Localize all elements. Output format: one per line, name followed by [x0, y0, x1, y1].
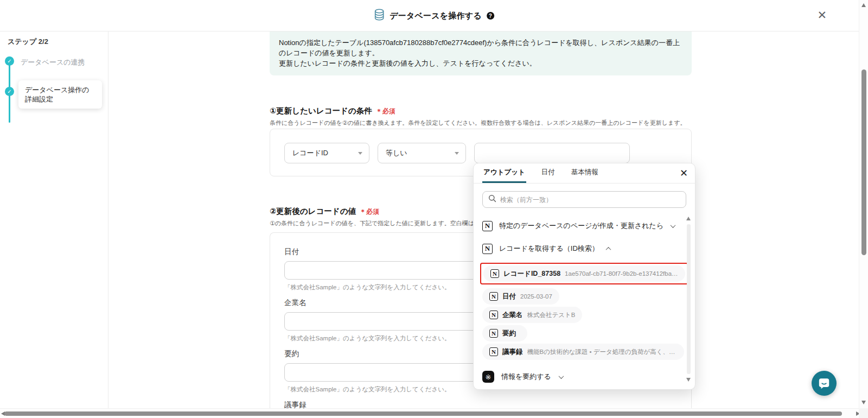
- group-row-summarize-info[interactable]: ※ 情報を要約する: [482, 371, 682, 383]
- description-line1: Notionの指定したテーブル(138570afcb7180288b7cf0e2…: [279, 37, 682, 58]
- section2-title: ②更新後のレコードの値: [270, 206, 356, 217]
- group-row-get-record[interactable]: N レコードを取得する（ID検索）: [482, 242, 682, 256]
- sidebar-item-database-link[interactable]: データベースの連携: [21, 58, 85, 67]
- notion-icon: N: [489, 311, 498, 319]
- output-item-minutes[interactable]: N 議事録 機能Bの技術的な課題 • データ処理の負荷が高く、サーバー...: [482, 344, 684, 360]
- output-picker-popup: アウトプット 日付 基本情報 ✕ N 特定のデータベースのページが作成・更新され…: [473, 163, 695, 390]
- section2-required-badge: ＊必須: [360, 207, 379, 217]
- modal-title-group: データベースを操作する ?: [374, 0, 494, 31]
- section1-subtitle: 条件に合うレコードの値を②の値に書き換えます。条件を設定してください。複数行合致…: [270, 119, 686, 127]
- scrollbar-corner: [859, 408, 868, 418]
- chevron-down-icon: [455, 152, 459, 155]
- chevron-down-icon: [671, 223, 676, 228]
- steps-sidebar: ステップ 2/2 ✓ ✓ データベースの連携 データベース操作の詳細設定: [0, 31, 108, 408]
- search-input[interactable]: [500, 196, 680, 204]
- output-label: 要約: [502, 329, 516, 338]
- popup-scrollbar-track[interactable]: [687, 224, 691, 374]
- condition-field-select[interactable]: レコードID: [284, 143, 369, 163]
- notion-icon: N: [489, 329, 498, 338]
- popup-close-icon[interactable]: ✕: [680, 167, 688, 179]
- condition-field-value: レコードID: [292, 148, 328, 158]
- group-label: 特定のデータベースのページが作成・更新されたら: [499, 221, 663, 231]
- popup-search-box: [482, 191, 686, 208]
- highlight-annotation-box: N レコードID_87358 1ae570af-cb71-80f7-9b2b-e…: [480, 263, 688, 284]
- group-row-page-trigger[interactable]: N 特定のデータベースのページが作成・更新されたら: [482, 219, 682, 233]
- chevron-up-icon: [605, 246, 611, 252]
- vertical-scrollbar-thumb[interactable]: [861, 69, 866, 255]
- chat-launcher-button[interactable]: [812, 371, 837, 396]
- group-label: 情報を要約する: [501, 372, 551, 382]
- output-value: 機能Bの技術的な課題 • データ処理の負荷が高く、サーバー...: [527, 348, 678, 356]
- popup-tabs: アウトプット 日付 基本情報 ✕: [474, 163, 695, 183]
- group-label: レコードを取得する（ID検索）: [499, 244, 599, 254]
- operation-description: Notionの指定したテーブル(138570afcb7180288b7cf0e2…: [270, 31, 692, 75]
- chevron-down-icon: [558, 373, 564, 379]
- notion-icon: N: [482, 221, 493, 231]
- output-item-date[interactable]: N 日付 2025-03-07: [482, 288, 559, 305]
- chevron-down-icon: [358, 152, 362, 155]
- condition-operator-select[interactable]: 等しい: [378, 143, 466, 163]
- tab-output[interactable]: アウトプット: [482, 163, 526, 183]
- section1-heading: ①更新したいレコードの条件 ＊必須: [270, 106, 395, 116]
- notion-icon: N: [489, 292, 498, 301]
- scroll-up-icon[interactable]: [686, 217, 691, 220]
- output-item-line: N 議事録 機能Bの技術的な課題 • データ処理の負荷が高く、サーバー...: [482, 344, 682, 360]
- search-icon: [488, 194, 496, 205]
- database-icon: [374, 9, 385, 23]
- modal-close-icon[interactable]: ✕: [817, 9, 827, 21]
- scroll-up-icon[interactable]: [861, 3, 866, 7]
- tab-basic-info[interactable]: 基本情報: [570, 163, 599, 183]
- page-title: データベースを操作する: [390, 11, 482, 21]
- popup-scrollbar[interactable]: [686, 217, 691, 382]
- notion-icon: N: [490, 269, 499, 278]
- ai-summarize-icon: ※: [482, 371, 494, 383]
- condition-operator-value: 等しい: [386, 148, 407, 158]
- output-item-line: N 要約: [482, 325, 682, 341]
- vertical-scrollbar[interactable]: [859, 0, 868, 408]
- condition-row: レコードID 等しい: [284, 143, 630, 163]
- help-icon[interactable]: ?: [487, 12, 494, 20]
- output-value: 1ae570af-cb71-80f7-9b2b-e137412fba6b: [565, 270, 678, 277]
- sidebar-item-detail-settings[interactable]: データベース操作の詳細設定: [18, 80, 102, 109]
- output-value: 2025-03-07: [520, 293, 552, 300]
- scroll-down-icon[interactable]: [686, 378, 691, 382]
- notion-icon: N: [489, 347, 498, 356]
- modal-header: データベースを操作する ? ✕: [0, 0, 868, 31]
- description-line2: 更新したいレコードの条件と更新後の値を入力し、テストを行なってください。: [279, 58, 682, 68]
- output-label: 日付: [502, 292, 516, 301]
- horizontal-scrollbar-thumb[interactable]: [4, 411, 842, 416]
- output-item-record-id[interactable]: N レコードID_87358 1ae570af-cb71-80f7-9b2b-e…: [483, 265, 685, 282]
- output-value: 株式会社テストB: [527, 311, 576, 319]
- section1-title: ①更新したいレコードの条件: [270, 106, 372, 116]
- output-item-summary[interactable]: N 要約: [482, 325, 527, 341]
- step-counter: ステップ 2/2: [8, 37, 48, 47]
- output-item-line: N 日付 2025-03-07: [482, 288, 682, 305]
- output-item-line: N レコードID_87358 1ae570af-cb71-80f7-9b2b-e…: [482, 264, 682, 286]
- tab-date[interactable]: 日付: [540, 163, 556, 183]
- chat-bubble-icon: [817, 376, 831, 390]
- scroll-down-icon[interactable]: [861, 401, 866, 404]
- section2-heading: ②更新後のレコードの値 ＊必須: [270, 206, 379, 217]
- output-label: 議事録: [502, 347, 523, 357]
- output-item-line: N 企業名 株式会社テストB: [482, 307, 682, 323]
- section1-required-badge: ＊必須: [376, 107, 395, 116]
- step2-check-icon: ✓: [5, 87, 14, 96]
- output-label: 企業名: [502, 311, 523, 320]
- horizontal-scrollbar[interactable]: [0, 408, 868, 418]
- output-label: レコードID_87358: [503, 269, 560, 278]
- condition-value-input[interactable]: [474, 143, 630, 163]
- output-item-company[interactable]: N 企業名 株式会社テストB: [482, 307, 582, 323]
- output-list: N 特定のデータベースのページが作成・更新されたら N レコードを取得する（ID…: [474, 208, 695, 383]
- step1-check-icon: ✓: [5, 56, 14, 66]
- notion-icon: N: [482, 244, 493, 254]
